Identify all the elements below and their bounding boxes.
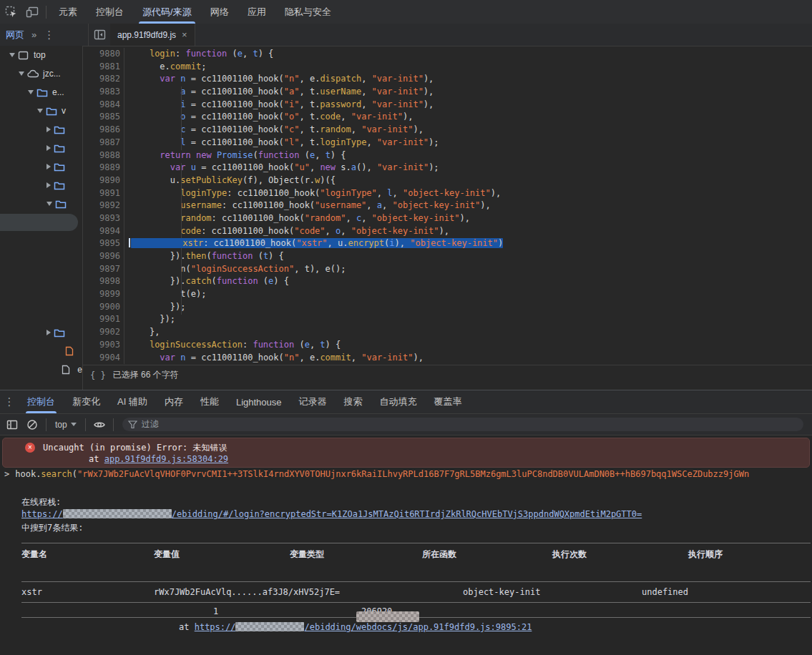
code-line-9895[interactable]: 9895 xstr: cc11001100_hook("xstr", u.enc… <box>83 237 812 250</box>
tree-item[interactable] <box>0 157 82 176</box>
chevron-collapsed-icon[interactable] <box>47 330 51 335</box>
chevron-collapsed-icon[interactable] <box>47 164 51 169</box>
line-gutter[interactable]: 9897 <box>83 263 124 276</box>
line-gutter[interactable]: 9894 <box>83 225 124 238</box>
code-line-9880[interactable]: 9880 login: function (e, t) { <box>83 48 812 61</box>
chevron-expanded-icon[interactable] <box>37 109 43 113</box>
tab-应用[interactable]: 应用 <box>238 0 275 24</box>
tree-item[interactable] <box>0 120 82 139</box>
code-line-9890[interactable]: 9890 u.setPublicKey(f), Object(r.w)({ <box>83 174 812 187</box>
file-tab-app-js[interactable]: app.91f9dfd9.js × <box>110 24 195 46</box>
code-line-9898[interactable]: 9898 }).catch(function (e) { <box>83 275 812 288</box>
code-line-9904[interactable]: 9904 var n = cc11001100_hook("n", e.comm… <box>83 352 812 365</box>
line-gutter[interactable]: 9886 <box>83 124 124 137</box>
code-line-9901[interactable]: 9901 }); <box>83 313 812 326</box>
code-line-9889[interactable]: 9889 var u = cc11001100_hook("u", new s.… <box>83 162 812 174</box>
code-line-9902[interactable]: 9902 }, <box>83 326 812 339</box>
console-error-message[interactable]: × Uncaught (in promise) Error: 未知错误 at a… <box>2 438 810 468</box>
code-line-9883[interactable]: 9883 a = cc11001100_hook("a", t.userName… <box>83 86 812 99</box>
tab-隐私与安全[interactable]: 隐私与安全 <box>275 0 341 24</box>
chevron-expanded-icon[interactable] <box>19 72 24 76</box>
device-toolbar-icon[interactable] <box>21 3 43 21</box>
tab-元素[interactable]: 元素 <box>49 0 87 24</box>
tree-item-jzc[interactable]: jzc... <box>0 64 82 83</box>
drawer-tab-AI 辅助[interactable]: AI 辅助 <box>109 390 156 413</box>
code-line-9881[interactable]: 9881 e.commit; <box>83 61 812 74</box>
code-line-9886[interactable]: 9886 c = cc11001100_hook("c", t.random, … <box>83 124 812 137</box>
inspect-element-icon[interactable] <box>0 3 21 21</box>
tree-item-e[interactable]: e... <box>0 83 82 102</box>
code-line-9893[interactable]: 9893 random: cc11001100_hook("random", c… <box>83 212 812 225</box>
console-command-echo[interactable]: >hook.search("rWx7JWb2FuAcVlqVHOF0PvrvCM… <box>4 469 812 479</box>
chevron-expanded-icon[interactable] <box>9 53 15 57</box>
drawer-tab-新变化[interactable]: 新变化 <box>64 390 109 413</box>
close-icon[interactable]: × <box>182 29 187 40</box>
code-line-9887[interactable]: 9887 l = cc11001100_hook("l", t.loginTyp… <box>83 137 812 149</box>
drawer-tab-Lighthouse[interactable]: Lighthouse <box>228 390 290 413</box>
line-gutter[interactable]: 9881 <box>83 61 124 74</box>
code-line-9891[interactable]: 9891 loginType: cc11001100_hook("loginTy… <box>83 187 812 200</box>
line-gutter[interactable]: 9902 <box>83 326 124 339</box>
error-source-link[interactable]: app.91f9dfd9.js:58304:29 <box>104 454 228 464</box>
line-gutter[interactable]: 9880 <box>83 48 124 61</box>
tree-item[interactable] <box>0 139 82 157</box>
tree-item-top[interactable]: top <box>0 46 82 64</box>
tree-item[interactable] <box>0 194 82 213</box>
login-page-link[interactable]: https:///ebidding/#/login?encryptedStr=K… <box>21 509 642 519</box>
tree-item[interactable] <box>0 342 82 360</box>
code-line-9899[interactable]: 9899 t(e); <box>83 288 812 301</box>
hook-source-link[interactable]: https:///ebidding/webdocs/js/app.91f9dfd… <box>195 622 532 632</box>
chevron-expanded-icon[interactable] <box>47 202 52 206</box>
line-gutter[interactable]: 9888 <box>83 149 124 162</box>
drawer-tab-记录器[interactable]: 记录器 <box>290 390 336 413</box>
chevron-collapsed-icon[interactable] <box>47 182 51 188</box>
line-gutter[interactable]: 9891 <box>83 187 124 200</box>
tree-item[interactable] <box>0 176 82 194</box>
console-filter-input[interactable]: 过滤 <box>122 418 803 431</box>
tree-item-selected[interactable] <box>0 214 78 231</box>
code-line-9900[interactable]: 9900 }); <box>83 301 812 314</box>
drawer-tab-自动填充[interactable]: 自动填充 <box>371 390 426 413</box>
pretty-print-icon[interactable]: { } <box>90 370 106 380</box>
tree-item-e[interactable]: e <box>0 360 82 379</box>
code-line-9882[interactable]: 9882 var n = cc11001100_hook("n", e.disp… <box>83 73 812 86</box>
code-line-9894[interactable]: 9894 code: cc11001100_hook("code", o, "o… <box>83 225 812 238</box>
context-selector[interactable]: top <box>51 420 81 430</box>
line-gutter[interactable]: 9885 <box>83 111 124 124</box>
line-gutter[interactable]: 9896 <box>83 250 124 263</box>
drawer-menu-icon[interactable]: ⋮ <box>0 393 19 410</box>
chevron-expanded-icon[interactable] <box>28 90 34 94</box>
chevron-collapsed-icon[interactable] <box>47 127 51 132</box>
line-gutter[interactable]: 9895 <box>83 237 124 250</box>
code-line-9884[interactable]: 9884 i = cc11001100_hook("i", t.password… <box>83 99 812 112</box>
tree-item-v[interactable]: v <box>0 102 82 120</box>
code-line-9896[interactable]: 9896 }).then(function (t) { <box>83 250 812 263</box>
line-gutter[interactable]: 9892 <box>83 200 124 212</box>
toggle-navigator-icon[interactable] <box>89 26 110 44</box>
line-gutter[interactable]: 9889 <box>83 162 124 174</box>
line-gutter[interactable]: 9899 <box>83 288 124 301</box>
tab-控制台[interactable]: 控制台 <box>87 0 133 24</box>
code-line-9903[interactable]: 9903 loginSuccessAction: function (e, t)… <box>83 339 812 352</box>
drawer-tab-搜索[interactable]: 搜索 <box>336 390 371 413</box>
clear-console-icon[interactable] <box>23 416 41 433</box>
drawer-tab-覆盖率[interactable]: 覆盖率 <box>426 390 471 413</box>
tree-item[interactable] <box>0 323 82 342</box>
navigator-menu-icon[interactable]: ⋮ <box>44 31 54 39</box>
code-line-9885[interactable]: 9885 o = cc11001100_hook("o", t.code, "v… <box>83 111 812 124</box>
line-gutter[interactable]: 9882 <box>83 73 124 86</box>
line-gutter[interactable]: 9898 <box>83 275 124 288</box>
line-gutter[interactable]: 9884 <box>83 99 124 112</box>
more-tabs-icon[interactable]: » <box>31 29 35 40</box>
live-expression-eye-icon[interactable] <box>90 416 109 433</box>
tab-源代码/来源[interactable]: 源代码/来源 <box>133 0 201 24</box>
line-gutter[interactable]: 9904 <box>83 352 124 365</box>
tab-page[interactable]: 网页 <box>6 29 24 41</box>
console-sidebar-icon[interactable] <box>3 416 21 433</box>
line-gutter[interactable]: 9900 <box>83 301 124 314</box>
drawer-tab-控制台[interactable]: 控制台 <box>19 390 64 413</box>
line-gutter[interactable]: 9903 <box>83 339 124 352</box>
code-editor[interactable]: 9880 login: function (e, t) {9881 e.comm… <box>83 46 812 365</box>
line-gutter[interactable]: 9901 <box>83 313 124 326</box>
tab-网络[interactable]: 网络 <box>201 0 238 24</box>
